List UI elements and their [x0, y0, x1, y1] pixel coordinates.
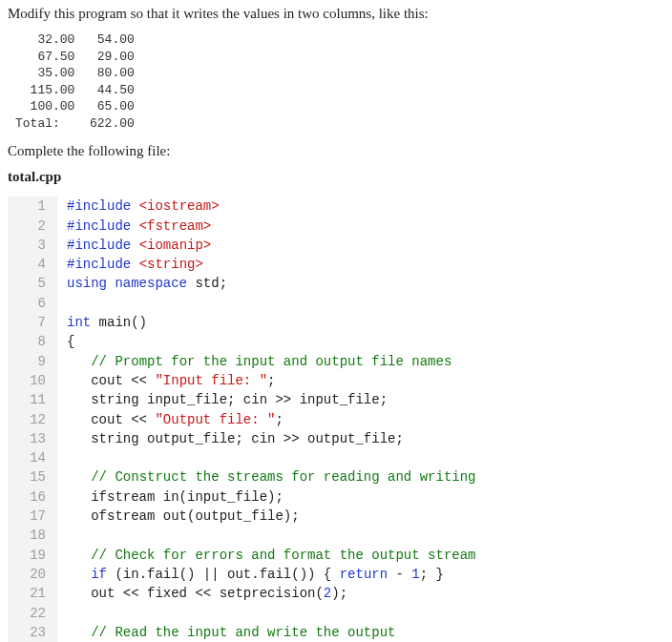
- code-source: string input_file; cin >> input_file;: [57, 390, 388, 409]
- code-line: 3#include <iomanip>: [8, 236, 664, 255]
- code-listing: 1#include <iostream>2#include <fstream>3…: [8, 197, 664, 642]
- code-source: [57, 604, 67, 623]
- code-source: #include <fstream>: [57, 217, 211, 236]
- line-number: 13: [8, 429, 57, 448]
- code-line: 18: [8, 526, 664, 545]
- line-number: 8: [8, 332, 57, 351]
- code-line: 1#include <iostream>: [8, 197, 664, 216]
- code-line: 16 ifstream in(input_file);: [8, 487, 664, 507]
- line-number: 19: [8, 546, 57, 565]
- sample-output-block: 32.00 54.00 67.50 29.00 35.00 80.00 115.…: [15, 31, 664, 132]
- code-source: // Prompt for the input and output file …: [57, 352, 452, 371]
- line-number: 4: [8, 255, 57, 274]
- line-number: 23: [8, 623, 57, 642]
- code-source: if (in.fail() || out.fail()) { return - …: [57, 565, 444, 584]
- line-number: 11: [8, 390, 57, 409]
- line-number: 7: [8, 313, 57, 332]
- line-number: 20: [8, 565, 57, 584]
- filename-heading: total.cpp: [8, 169, 664, 185]
- code-line: 23 // Read the input and write the outpu…: [8, 623, 664, 642]
- prompt-text: Modify this program so that it writes th…: [8, 6, 664, 22]
- code-source: string output_file; cin >> output_file;: [57, 429, 404, 448]
- code-source: cout << "Input file: ";: [57, 371, 275, 390]
- code-line: 6: [8, 294, 664, 313]
- code-source: [57, 526, 67, 545]
- line-number: 5: [8, 274, 57, 293]
- line-number: 1: [8, 197, 57, 216]
- line-number: 21: [8, 584, 57, 603]
- code-line: 13 string output_file; cin >> output_fil…: [8, 429, 664, 448]
- line-number: 16: [8, 487, 57, 507]
- code-source: [57, 448, 67, 467]
- line-number: 17: [8, 507, 57, 526]
- line-number: 6: [8, 294, 57, 313]
- code-source: ifstream in(input_file);: [57, 487, 284, 507]
- line-number: 3: [8, 236, 57, 255]
- code-source: using namespace std;: [57, 274, 227, 293]
- code-line: 15 // Construct the streams for reading …: [8, 467, 664, 487]
- code-line: 11 string input_file; cin >> input_file;: [8, 390, 664, 409]
- code-source: {: [57, 332, 74, 351]
- code-line: 2#include <fstream>: [8, 217, 664, 236]
- code-source: // Construct the streams for reading and…: [57, 467, 475, 487]
- code-source: #include <iostream>: [57, 197, 220, 216]
- code-line: 19 // Check for errors and format the ou…: [8, 546, 664, 565]
- code-line: 17 ofstream out(output_file);: [8, 507, 664, 526]
- line-number: 2: [8, 217, 57, 236]
- line-number: 9: [8, 352, 57, 371]
- code-line: 20 if (in.fail() || out.fail()) { return…: [8, 565, 664, 584]
- code-line: 8{: [8, 332, 664, 351]
- code-line: 4#include <string>: [8, 255, 664, 274]
- code-source: // Check for errors and format the outpu…: [57, 546, 475, 565]
- complete-text: Complete the following file:: [8, 143, 664, 159]
- code-source: #include <string>: [57, 255, 203, 274]
- code-source: // Read the input and write the output: [57, 623, 395, 642]
- code-source: cout << "Output file: ";: [57, 410, 284, 429]
- line-number: 22: [8, 604, 57, 623]
- code-source: #include <iomanip>: [57, 236, 211, 255]
- code-line: 5using namespace std;: [8, 274, 664, 293]
- line-number: 18: [8, 526, 57, 545]
- line-number: 15: [8, 467, 57, 487]
- code-line: 10 cout << "Input file: ";: [8, 371, 664, 390]
- code-source: [57, 294, 67, 313]
- code-line: 7int main(): [8, 313, 664, 332]
- code-source: ofstream out(output_file);: [57, 507, 300, 526]
- line-number: 12: [8, 410, 57, 429]
- code-source: int main(): [57, 313, 147, 332]
- code-line: 22: [8, 604, 664, 623]
- line-number: 10: [8, 371, 57, 390]
- code-line: 9 // Prompt for the input and output fil…: [8, 352, 664, 371]
- line-number: 14: [8, 448, 57, 467]
- code-line: 21 out << fixed << setprecision(2);: [8, 584, 664, 603]
- code-source: out << fixed << setprecision(2);: [57, 584, 347, 603]
- code-line: 12 cout << "Output file: ";: [8, 410, 664, 429]
- code-line: 14: [8, 448, 664, 467]
